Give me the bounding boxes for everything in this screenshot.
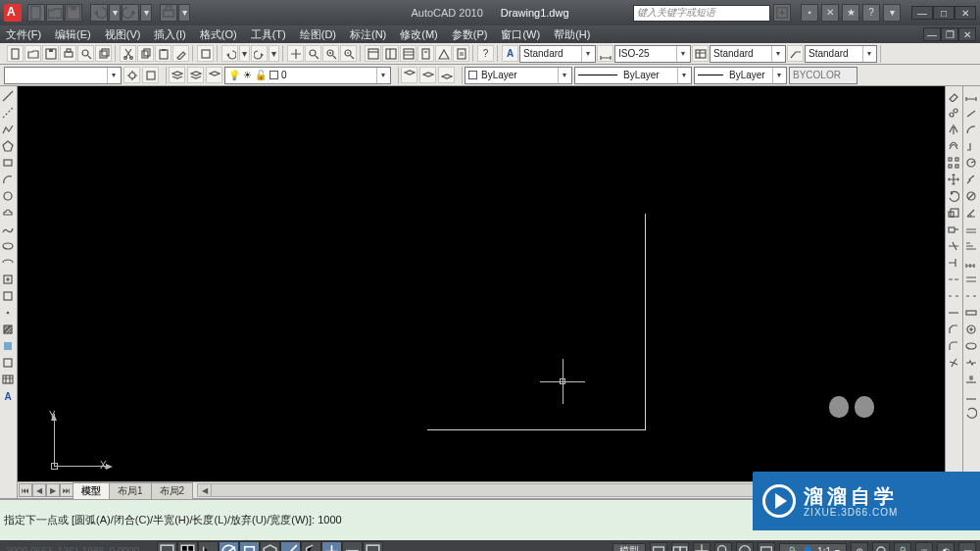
qat-customize-icon[interactable]: ▾ (178, 4, 190, 22)
dim-linear-icon[interactable] (963, 88, 979, 104)
table-style-icon[interactable] (692, 45, 709, 62)
subscription-icon[interactable]: ⋆ (801, 4, 818, 22)
mleader-style-icon[interactable] (787, 45, 804, 62)
annotation-visibility-icon[interactable]: ⊕ (851, 542, 868, 551)
annotation-scale-combo[interactable]: 🔒 👤 1:1 ▾ (779, 543, 847, 551)
layer-combo[interactable]: 💡 ☀ 🔓 0 (224, 67, 391, 84)
dim-arc-icon[interactable] (963, 122, 979, 137)
help-icon[interactable]: ? (862, 4, 880, 22)
dim-style-icon[interactable] (597, 45, 613, 62)
quick-view-drawings-icon[interactable] (671, 542, 689, 551)
pan-icon[interactable] (287, 45, 304, 62)
infocenter-search-input[interactable]: 键入关键字或短语 (633, 5, 770, 22)
stretch-icon[interactable] (946, 222, 961, 237)
osnap-toggle[interactable] (239, 541, 260, 551)
dim-style-combo[interactable]: ISO-25 (614, 45, 691, 63)
coordinate-display[interactable]: 3009.0563, 1361.1988, 0.0000 (0, 546, 157, 552)
model-space-button[interactable]: 模型 (612, 543, 646, 551)
clean-screen-icon[interactable]: ▭ (958, 542, 976, 551)
dim-radius-icon[interactable] (963, 155, 979, 171)
status-pan-icon[interactable] (693, 542, 710, 551)
scale-icon[interactable] (946, 205, 961, 221)
tab-model[interactable]: 模型 (73, 482, 110, 499)
copy-icon[interactable] (137, 45, 154, 62)
print-icon[interactable] (60, 45, 76, 62)
ducs-toggle[interactable] (301, 541, 321, 551)
dim-update-icon[interactable] (963, 405, 979, 421)
menu-format[interactable]: 格式(O) (200, 27, 237, 42)
showmotion-icon[interactable] (758, 542, 775, 551)
tool-palettes-icon[interactable] (400, 45, 416, 62)
qat-redo-dd[interactable]: ▾ (140, 4, 152, 22)
menu-view[interactable]: 视图(V) (105, 27, 141, 42)
block-editor-icon[interactable] (197, 45, 214, 62)
print-preview-icon[interactable] (77, 45, 94, 62)
quick-view-layouts-icon[interactable] (650, 542, 667, 551)
layer-states-icon[interactable] (187, 67, 204, 83)
fillet-icon[interactable] (946, 338, 961, 354)
new-icon[interactable] (7, 45, 24, 62)
help-dd[interactable]: ▾ (883, 4, 901, 22)
dim-aligned-icon[interactable] (963, 105, 979, 121)
trim-icon[interactable] (946, 238, 961, 254)
tab-next-icon[interactable]: ▶ (46, 483, 60, 497)
layer-filter-icon[interactable] (206, 67, 222, 83)
layer-uniso-icon[interactable] (438, 67, 455, 83)
otrack-toggle[interactable] (280, 541, 301, 551)
ortho-toggle[interactable] (198, 541, 219, 551)
qat-open-icon[interactable] (46, 4, 64, 22)
qp-toggle[interactable] (363, 541, 383, 551)
revcloud-icon[interactable] (0, 205, 16, 221)
lineweight-combo[interactable]: ByLayer (694, 67, 787, 84)
array-icon[interactable] (946, 155, 961, 171)
open-icon[interactable] (24, 45, 41, 62)
design-center-icon[interactable] (382, 45, 399, 62)
dim-break-icon[interactable] (963, 288, 979, 304)
favorites-icon[interactable]: ★ (842, 4, 859, 22)
make-block-icon[interactable] (0, 288, 16, 304)
app-menu-button[interactable] (4, 4, 22, 22)
toolbar-lock-icon[interactable]: 🔒 (894, 542, 911, 551)
menu-file[interactable]: 文件(F) (6, 27, 41, 42)
paste-icon[interactable] (155, 45, 172, 62)
dyn-toggle[interactable] (321, 541, 342, 551)
chamfer-icon[interactable] (946, 322, 961, 337)
copy-obj-icon[interactable] (946, 105, 961, 121)
break-icon[interactable] (946, 288, 961, 304)
tolerance-icon[interactable] (963, 305, 979, 321)
scroll-left-icon[interactable]: ◀ (198, 484, 212, 496)
move-icon[interactable] (946, 172, 961, 187)
spline-icon[interactable] (0, 222, 16, 237)
dim-jog-line-icon[interactable] (963, 355, 979, 371)
save-icon[interactable] (42, 45, 59, 62)
osnap3d-toggle[interactable] (260, 541, 280, 551)
isolate-objects-icon[interactable]: ◐ (937, 542, 955, 551)
dim-angular-icon[interactable] (963, 205, 979, 221)
zoom-previous-icon[interactable] (340, 45, 357, 62)
rectangle-icon[interactable] (0, 155, 16, 171)
qat-print-icon[interactable] (160, 4, 177, 22)
workspace-combo[interactable] (4, 67, 122, 84)
help-icon-toolbar[interactable]: ? (477, 45, 494, 62)
offset-icon[interactable] (946, 138, 961, 154)
minimize-button[interactable]: ― (911, 6, 933, 20)
mleader-style-combo[interactable]: Standard (805, 45, 877, 63)
qat-new-icon[interactable] (27, 4, 45, 22)
explode-icon[interactable] (946, 355, 961, 371)
workspace-switch-icon[interactable] (872, 542, 890, 551)
extend-icon[interactable] (946, 255, 961, 271)
dim-space-icon[interactable] (963, 272, 979, 287)
mirror-icon[interactable] (946, 122, 961, 137)
menu-parametric[interactable]: 参数(P) (452, 27, 488, 42)
publish-icon[interactable] (95, 45, 112, 62)
qat-undo-icon[interactable] (90, 4, 108, 22)
cut-icon[interactable] (120, 45, 136, 62)
lwt-toggle[interactable] (342, 541, 363, 551)
search-go-icon[interactable] (773, 4, 791, 22)
sheet-set-icon[interactable] (417, 45, 434, 62)
doc-close-button[interactable]: ✕ (958, 27, 976, 41)
dim-continue-icon[interactable] (963, 255, 979, 271)
properties-icon[interactable] (365, 45, 381, 62)
workspace-settings-icon[interactable] (123, 67, 140, 83)
construction-line-icon[interactable] (0, 105, 16, 121)
